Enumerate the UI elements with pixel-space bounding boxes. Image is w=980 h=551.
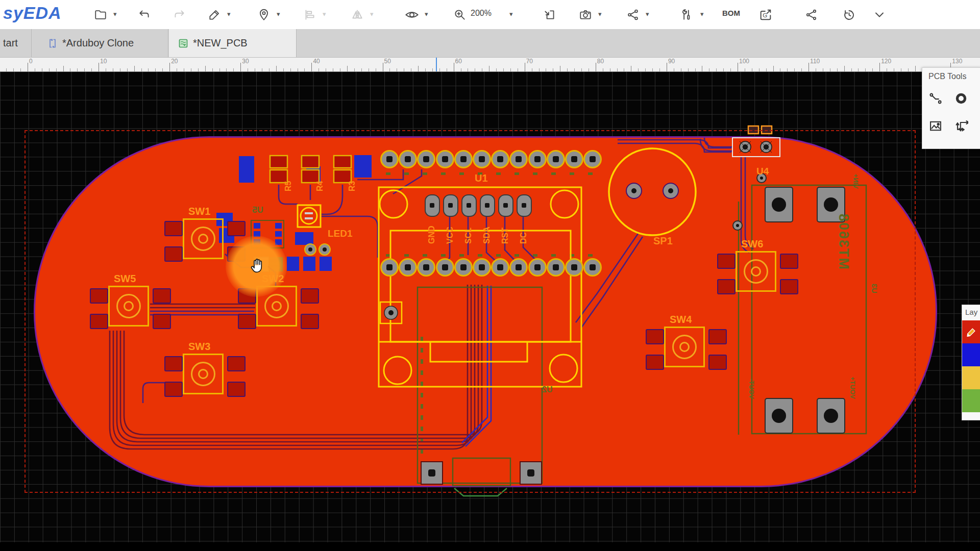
through-hole-pad[interactable] [380,258,399,277]
through-hole-pad[interactable] [436,150,454,168]
bottom-pad[interactable] [303,257,315,271]
mirror-flip-icon[interactable] [350,7,365,22]
through-hole-pad[interactable] [565,258,583,277]
bottom-pad[interactable] [254,223,260,229]
switch-sw4[interactable]: SW4 [664,327,705,367]
through-hole-pad[interactable] [547,258,565,277]
undo-icon[interactable] [137,7,152,22]
origin-caret[interactable]: ▾ [277,10,280,18]
through-hole-pad[interactable] [583,258,602,277]
oval-pad[interactable] [517,194,532,217]
tools-icon[interactable] [679,7,694,22]
bottom-pad[interactable] [354,155,372,178]
through-hole-pad[interactable] [565,150,583,168]
bottom-pad[interactable] [320,257,332,271]
through-hole-pad[interactable] [491,258,509,277]
snapshot-caret[interactable]: ▾ [598,10,602,18]
switch-pad[interactable] [646,329,664,344]
redo-icon[interactable] [172,7,187,22]
view-eye-icon[interactable] [404,7,420,22]
switch-pad[interactable] [164,221,183,236]
bottom-pad[interactable] [254,239,260,245]
more-chevron-icon[interactable] [872,7,887,22]
switch-pad[interactable] [238,288,256,304]
tools-caret[interactable]: ▾ [700,10,704,18]
bottom-pad[interactable] [239,156,254,183]
switch-pad[interactable] [301,288,319,304]
switch-pad[interactable] [301,314,319,329]
refdes-sp1[interactable]: SP1 [653,235,673,247]
via[interactable] [732,220,743,231]
bottom-pad[interactable] [295,232,313,245]
refdes-u4[interactable]: U4 [756,166,769,177]
refdes-r3[interactable]: R3 [348,181,357,191]
open-file-caret[interactable]: ▾ [113,10,117,18]
origin-pin-icon[interactable] [256,7,272,22]
bom-button[interactable]: BOM [722,9,740,17]
through-hole-pad[interactable] [528,258,547,277]
through-hole-pad[interactable] [436,258,454,277]
zoom-level-value[interactable]: 200% [471,9,492,18]
through-hole-pad[interactable] [454,150,473,168]
switch-sw6[interactable]: SW6 [736,251,776,292]
draw-pencil-icon[interactable] [207,7,222,22]
through-hole-pad[interactable] [380,150,399,168]
tab-new-pcb[interactable]: *NEW_PCB [169,29,297,57]
through-hole-pad[interactable] [399,258,417,277]
bottom-pad[interactable] [306,166,321,183]
layer-swatch-top-silk-layer[interactable] [962,366,980,389]
switch-pad[interactable] [90,288,108,304]
switch-pad[interactable] [717,279,736,294]
view-caret[interactable]: ▾ [425,10,428,18]
usb-shield-pad[interactable] [520,461,542,485]
oval-pad[interactable] [461,194,477,217]
switch-pad[interactable] [227,356,246,371]
history-icon[interactable] [841,7,856,22]
route-nets-icon[interactable] [625,7,641,22]
mirror-caret[interactable]: ▾ [370,10,374,18]
switch-pad[interactable] [164,246,183,262]
switch-pad[interactable] [164,356,183,371]
switch-pad[interactable] [153,288,171,304]
usb-shield-pad[interactable] [421,461,443,485]
module-pad[interactable] [765,398,793,434]
through-hole-pad[interactable] [473,150,491,168]
draw-caret[interactable]: ▾ [227,10,231,18]
through-hole-pad[interactable] [583,150,602,168]
open-file-icon[interactable] [93,7,108,22]
switch-pad[interactable] [153,314,171,329]
snapshot-camera-icon[interactable] [578,7,593,22]
switch-pad[interactable] [717,254,736,269]
layer-swatch-bottom-layer[interactable] [962,343,980,366]
zoom-caret[interactable]: ▾ [509,10,513,18]
align-icon[interactable] [302,7,317,22]
oval-pad[interactable] [498,194,513,217]
switch-pad[interactable] [780,279,798,294]
module-name-mt3608-mirrored[interactable]: MT3608 [836,213,851,269]
switch-sw1[interactable]: SW1 [183,218,224,259]
refdes-r5[interactable]: R5 [284,181,293,191]
bottom-pad[interactable] [254,231,260,237]
through-hole-pad[interactable] [528,150,547,168]
switch-pad[interactable] [780,254,798,269]
refdes-r4[interactable]: R4 [315,181,325,191]
switch-pad[interactable] [227,382,246,397]
gerber-export-icon[interactable]: G [758,7,773,22]
oval-pad[interactable] [480,194,495,217]
switch-sw3[interactable]: SW3 [183,354,224,394]
route-caret[interactable]: ▾ [646,10,649,18]
layer-swatch-bottom-silk-layer[interactable] [962,389,980,412]
switch-sw5[interactable]: SW5 [108,286,149,327]
image-tool-icon[interactable] [926,117,945,135]
refdes-led1[interactable]: LED1 [328,228,353,239]
switch-pad[interactable] [708,355,727,370]
refdes-u1[interactable]: U1 [475,172,488,184]
pad-tool-icon[interactable] [952,89,970,108]
through-hole-pad[interactable] [454,258,473,277]
align-caret[interactable]: ▾ [323,10,326,18]
bottom-pad[interactable] [275,239,282,245]
smd-pad[interactable] [270,257,283,271]
through-hole-pad[interactable] [473,258,491,277]
tab-start[interactable]: tart [0,29,32,57]
share-icon[interactable] [804,7,819,22]
